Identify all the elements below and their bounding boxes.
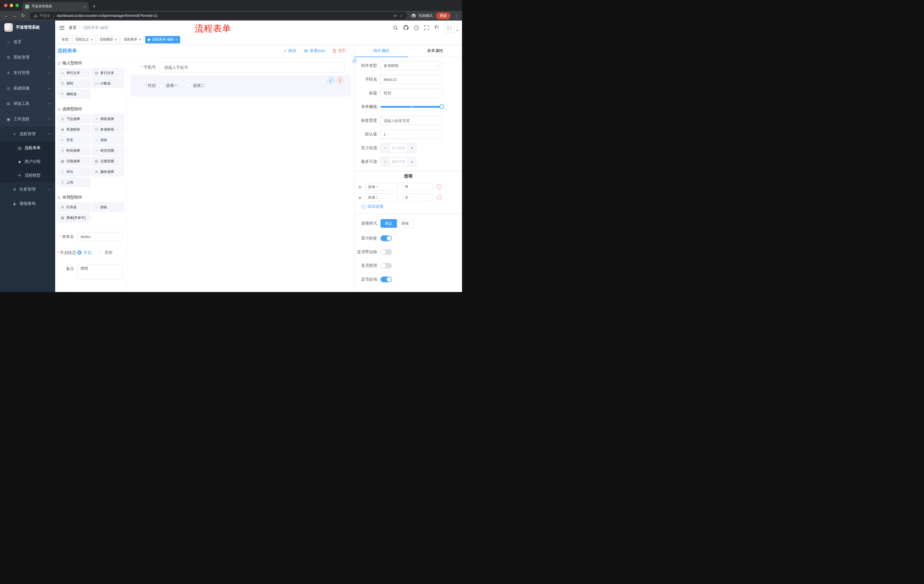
tag-process-model[interactable]: 流程模型 × — [97, 36, 120, 43]
grid-slider[interactable] — [381, 102, 444, 112]
tag-close-icon[interactable]: × — [91, 38, 93, 41]
tag-close-icon[interactable]: × — [175, 38, 178, 41]
back-icon[interactable]: ← — [3, 13, 8, 18]
palette-item-date-range[interactable]: ▧日期范围 — [91, 156, 124, 166]
palette-item-date-picker[interactable]: ▦日期选择 — [58, 156, 90, 166]
label-width-input[interactable] — [381, 116, 442, 125]
tab-component-props[interactable]: 组件属性 — [355, 44, 408, 57]
tab-close-icon[interactable]: × — [84, 5, 86, 8]
option-value-input[interactable] — [402, 183, 432, 191]
hamburger-icon[interactable] — [55, 26, 69, 30]
tag-process-definition[interactable]: 流程定义 × — [73, 36, 96, 43]
sidebar-item-payment[interactable]: ¥ 支付管理 — [0, 65, 55, 81]
tag-process-form-edit[interactable]: 流程表单-编辑 × — [145, 36, 180, 43]
palette-item-time-picker[interactable]: ◷时间选择 — [58, 146, 90, 155]
sidebar-item-task-manage[interactable]: ⋔ 任务管理 — [0, 182, 55, 197]
sidebar-item-process-form[interactable]: ▤ 流程表单 — [0, 141, 55, 155]
reload-icon[interactable]: ↻ — [21, 13, 26, 18]
max-select-value[interactable]: 最多可选 — [389, 158, 408, 166]
tag-home[interactable]: 首页 — [59, 36, 71, 43]
disabled-toggle[interactable] — [381, 263, 392, 268]
title-input[interactable] — [381, 89, 442, 98]
save-button[interactable]: ✓ 保存 — [284, 48, 297, 53]
new-tab-button[interactable]: + — [92, 4, 96, 9]
palette-item-button[interactable]: ☞按钮 — [91, 202, 124, 212]
clear-button[interactable]: 清空 — [332, 48, 346, 53]
link-icon[interactable] — [352, 58, 357, 63]
browser-update-button[interactable]: 更新 — [436, 12, 450, 20]
url-text[interactable]: dashboard.yudao.iocoder.cn/bpm/manager/f… — [57, 14, 158, 18]
palette-item-single-line[interactable]: ▭单行文本 — [58, 68, 90, 77]
palette-item-time-range[interactable]: ◔时间范围 — [91, 146, 124, 155]
sidebar-item-infrastructure[interactable]: ◎ 基础设施 — [0, 81, 55, 96]
plus-icon[interactable]: + — [408, 158, 416, 166]
address-bar[interactable]: 不安全 | dashboard.yudao.iocoder.cn/bpm/man… — [30, 12, 407, 20]
min-select-value[interactable]: 至少应选 — [389, 144, 408, 152]
gender-field-selected[interactable]: 性别 选项一 选项二 — [130, 75, 351, 97]
security-label[interactable]: 不安全 — [40, 13, 50, 18]
gender-option-2-checkbox[interactable]: 选项二 — [186, 83, 205, 88]
option-value-input[interactable] — [402, 193, 432, 201]
sidebar-item-system[interactable]: ⚙ 系统管理 — [0, 50, 55, 65]
browser-tab[interactable]: 芋道管理系统 × — [22, 2, 89, 11]
add-option-button[interactable]: + 添加选项 — [355, 204, 462, 209]
forward-icon[interactable]: → — [12, 13, 17, 18]
sidebar-item-user-group[interactable]: ☻ 用户分组 — [0, 155, 55, 169]
help-icon[interactable]: ? — [414, 25, 419, 30]
sidebar-item-devtools[interactable]: ⊠ 研发工具 — [0, 96, 55, 112]
palette-item-password[interactable]: ⊡密码 — [58, 79, 90, 88]
tag-close-icon[interactable]: × — [139, 38, 141, 41]
breadcrumb-home[interactable]: 首页 — [69, 25, 77, 30]
remove-option-button[interactable]: − — [437, 195, 442, 200]
github-icon[interactable] — [403, 25, 409, 30]
border-toggle[interactable] — [381, 249, 392, 255]
sidebar-item-process-model[interactable]: ✈ 流程模型 — [0, 169, 55, 182]
palette-item-upload[interactable]: ↥上传 — [58, 178, 90, 187]
tab-form-props[interactable]: 表单属性 — [408, 44, 462, 57]
fullscreen-icon[interactable] — [424, 25, 429, 30]
tag-process-form[interactable]: 流程表单 × — [121, 36, 144, 43]
plus-icon[interactable]: + — [408, 144, 416, 152]
user-menu[interactable]: ▼ — [444, 23, 459, 33]
search-icon[interactable] — [393, 25, 398, 30]
slider-handle[interactable] — [439, 104, 444, 109]
status-off-radio[interactable]: 关闭 — [98, 248, 112, 257]
palette-item-rate[interactable]: ☆评分 — [58, 167, 90, 176]
palette-item-slider[interactable]: ↔滑块 — [91, 135, 124, 145]
palette-item-counter[interactable]: 123计数器 — [91, 79, 124, 88]
sidebar-item-home[interactable]: ⌂ 首页 — [0, 34, 55, 50]
delete-field-button[interactable] — [337, 77, 343, 84]
app-logo[interactable]: 芋道管理系统 — [0, 21, 55, 34]
phone-input[interactable] — [160, 62, 345, 72]
bookmark-star-icon[interactable]: ☆ — [399, 13, 403, 18]
palette-item-row-container[interactable]: ⊞行容器 — [58, 202, 90, 212]
field-name-input[interactable] — [381, 75, 442, 84]
font-size-icon[interactable]: TT — [434, 25, 439, 30]
palette-item-cascader[interactable]: »级联选择 — [91, 114, 124, 123]
required-toggle[interactable] — [381, 276, 392, 282]
option-label-input[interactable] — [365, 193, 398, 201]
option-label-input[interactable] — [365, 183, 398, 191]
palette-item-radio-group[interactable]: ◉单选框组 — [58, 125, 90, 134]
copy-field-button[interactable] — [328, 77, 334, 84]
sidebar-item-workflow[interactable]: ▣ 工作流程 — [0, 112, 55, 127]
form-name-input[interactable] — [78, 232, 122, 241]
drag-handle-icon[interactable]: ≡ — [358, 184, 362, 189]
browser-menu-icon[interactable]: ⋮ — [454, 13, 459, 18]
component-type-select[interactable]: 多选框组 — [381, 61, 442, 70]
tag-close-icon[interactable]: × — [115, 38, 117, 41]
style-button-button[interactable]: 按钮 — [397, 219, 413, 228]
palette-item-editor[interactable]: ✎编辑器 — [58, 89, 90, 99]
minus-icon[interactable]: − — [381, 144, 389, 152]
drag-handle-icon[interactable]: ≡ — [358, 195, 362, 200]
palette-item-select[interactable]: ◎下拉选择 — [58, 114, 90, 123]
zoom-window-button[interactable] — [15, 4, 19, 7]
gender-option-1-checkbox[interactable]: 选项一 — [160, 83, 178, 88]
minus-icon[interactable]: − — [381, 158, 389, 166]
minimize-window-button[interactable] — [10, 4, 13, 7]
palette-item-table[interactable]: ▦表格[开发中] — [58, 213, 90, 222]
sidebar-item-process-manage[interactable]: ≡ 流程管理 — [0, 127, 55, 141]
password-key-icon[interactable] — [393, 14, 398, 18]
form-remark-textarea[interactable]: 嘿嘿 — [78, 264, 122, 280]
style-default-button[interactable]: 默认 — [381, 219, 397, 228]
